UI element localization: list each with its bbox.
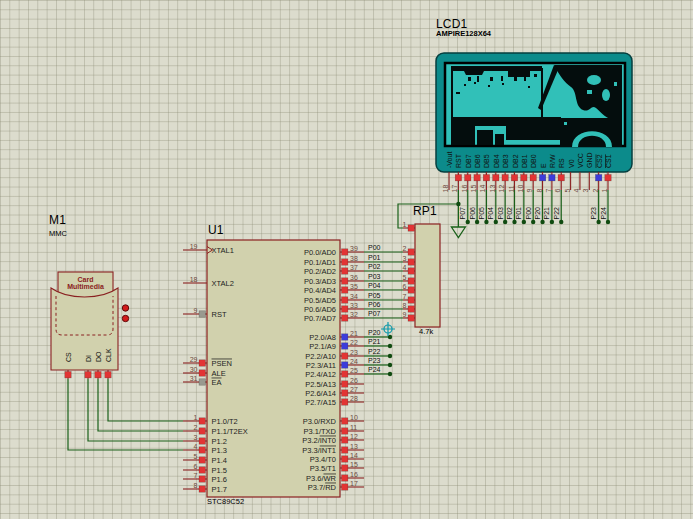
mcu-pin-number-26: 26 (350, 377, 358, 384)
net-label-lcd-P21[interactable]: P21 (543, 207, 550, 220)
pin-state-indicator (511, 175, 517, 181)
pin-state-indicator (549, 175, 555, 181)
net-label-lcd-P03[interactable]: P03 (497, 207, 504, 220)
net-label-P23[interactable]: P23 (368, 357, 381, 364)
mcu-pin-number-15: 15 (350, 461, 358, 468)
pin-state-indicator (199, 486, 205, 492)
pin-state-indicator (342, 381, 348, 387)
mcu-pin-number-4: 4 (194, 443, 198, 450)
lcd-pin-name-DB2: DB2 (512, 154, 519, 168)
lcd-pin-name-CS1: CS1 (605, 154, 612, 168)
mmc-ref-label[interactable]: M1 (49, 214, 66, 227)
net-label-lcd-P24[interactable]: P24 (600, 207, 607, 220)
net-label-P21[interactable]: P21 (368, 338, 381, 345)
mcu-pin-number-22: 22 (350, 339, 358, 346)
pin-state-indicator (408, 268, 414, 274)
net-label-P02[interactable]: P02 (368, 263, 381, 270)
mmc-indicator-dot-2 (122, 315, 128, 321)
ground-symbol[interactable] (451, 227, 465, 238)
pin-state-indicator (342, 456, 348, 462)
pin-state-indicator (342, 418, 348, 424)
mcu-pin-name-right-36: P0.3/AD3 (304, 277, 336, 286)
lcd-pin-name-V0: V0 (568, 159, 575, 168)
net-label-P01[interactable]: P01 (368, 254, 381, 261)
pin-state-indicator (502, 175, 508, 181)
mcu-value-label[interactable]: STC89C52 (207, 498, 244, 506)
net-label-lcd-P04[interactable]: P04 (487, 207, 494, 220)
pin-state-indicator (493, 175, 499, 181)
net-label-lcd-P20[interactable]: P20 (534, 207, 541, 220)
net-label-lcd-P05[interactable]: P05 (478, 207, 485, 220)
mcu-pin-number-19: 19 (190, 243, 198, 250)
lcd-pin-number-1: 1 (601, 189, 608, 193)
net-label-lcd-P23[interactable]: P23 (590, 207, 597, 220)
mmc-pin-name-cs: CS (65, 352, 72, 362)
pin-state-indicator (199, 418, 205, 424)
net-label-P22[interactable]: P22 (368, 348, 381, 355)
pin-state-indicator (342, 371, 348, 377)
net-label-lcd-P22[interactable]: P22 (553, 207, 560, 220)
net-label-lcd-P00[interactable]: P00 (525, 207, 532, 220)
net-label-P05[interactable]: P05 (368, 292, 381, 299)
mcu-pin-number-7: 7 (194, 472, 198, 479)
net-label-lcd-P01[interactable]: P01 (515, 207, 522, 220)
mcu-pin-name-right-25: P2.4/A12 (305, 370, 336, 379)
mcu-pin-number-37: 37 (350, 264, 358, 271)
pin-state-indicator (342, 334, 348, 340)
mcu-pin-name-left-2: P1.1/T2EX (212, 427, 248, 436)
net-label-P24[interactable]: P24 (368, 366, 381, 373)
wire-mmc-clk[interactable] (108, 379, 183, 421)
mcu-pin-number-27: 27 (350, 386, 358, 393)
mcu-pin-name-right-39: P0.0/AD0 (304, 248, 336, 257)
pin-state-indicator (342, 447, 348, 453)
wire-mmc-do[interactable] (98, 379, 183, 431)
net-label-P06[interactable]: P06 (368, 301, 381, 308)
pin-state-indicator (199, 370, 205, 376)
respack-pin-number-4: 4 (403, 264, 407, 271)
mcu-pin-number-1: 1 (194, 414, 198, 421)
schematic-graphics: CSDIDOCLK19XTAL118XTAL29RST29PSEN30ALE31… (0, 0, 693, 519)
lcd-pin-name-VCC: VCC (577, 153, 584, 168)
net-label-lcd-P07[interactable]: P07 (459, 207, 466, 220)
pin-state-indicator (342, 465, 348, 471)
pin-state-indicator (605, 175, 611, 181)
wire-mmc-di[interactable] (88, 379, 183, 441)
net-label-P00[interactable]: P00 (368, 244, 381, 251)
mcu-pin-name-left-1: P1.0/T2 (212, 417, 238, 426)
pin-state-indicator (521, 175, 527, 181)
mcu-pin-number-9: 9 (194, 307, 198, 314)
pin-state-indicator (408, 225, 414, 231)
respack-value-label[interactable]: 4.7k (419, 328, 433, 336)
mmc-value-label[interactable]: MMC (49, 230, 67, 238)
mcu-pin-name-left-31: EA (212, 378, 222, 387)
pin-state-indicator (408, 315, 414, 321)
net-label-P07[interactable]: P07 (368, 310, 381, 317)
mmc-pin-name-clk: CLK (105, 348, 112, 362)
lcd-pin-name-GND: GND (586, 152, 593, 168)
respack-ref-label[interactable]: RP1 (413, 205, 437, 218)
mcu-pin-number-13: 13 (350, 443, 358, 450)
net-label-P04[interactable]: P04 (368, 282, 381, 289)
pin-state-indicator (483, 175, 489, 181)
lcd-pin-name-R/W: R/W (549, 154, 556, 168)
pin-state-indicator (342, 268, 348, 274)
lcd-pin-number-12: 12 (498, 185, 505, 193)
lcd-pin-number-8: 8 (536, 189, 543, 193)
lcd-bitmap-shape (564, 122, 567, 125)
lcd-value-label[interactable]: AMPIRE128X64 (436, 30, 491, 38)
lcd-bitmap-shape (468, 77, 471, 81)
lcd-pin-number-16: 16 (461, 185, 468, 193)
net-label-P03[interactable]: P03 (368, 273, 381, 280)
mcu-pin-number-30: 30 (190, 366, 198, 373)
mcu-pin-number-12: 12 (350, 433, 358, 440)
mcu-pin-name-left-18: XTAL2 (212, 279, 234, 288)
net-label-P20[interactable]: P20 (368, 329, 381, 336)
net-label-lcd-P02[interactable]: P02 (506, 207, 513, 220)
net-label-lcd-P06[interactable]: P06 (469, 207, 476, 220)
respack-body[interactable] (415, 224, 440, 327)
wire-junction-dot (388, 354, 392, 358)
mcu-ref-label[interactable]: U1 (208, 224, 224, 237)
lcd-pin-number-17: 17 (451, 185, 458, 193)
mcu-pin-number-32: 32 (350, 311, 358, 318)
wire-mmc-cs[interactable] (68, 379, 183, 450)
